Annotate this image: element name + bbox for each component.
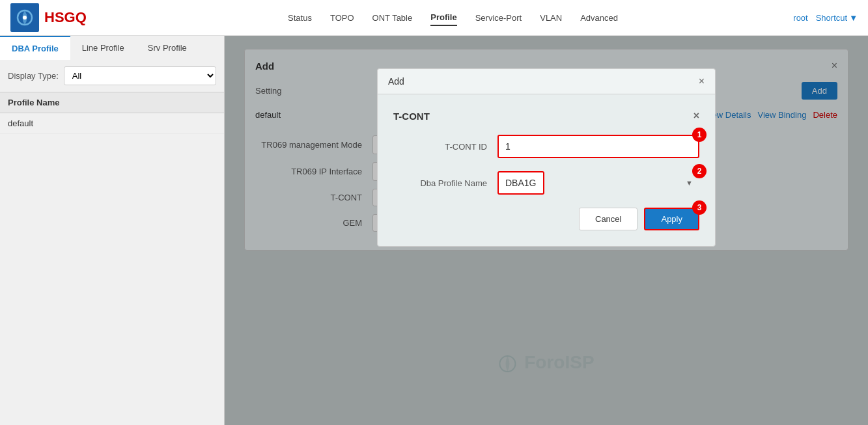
nav-vlan[interactable]: VLAN (540, 10, 562, 25)
nav-topo[interactable]: TOPO (330, 10, 354, 25)
nav-service-port[interactable]: Service-Port (475, 10, 522, 25)
display-type-select[interactable]: All (64, 66, 216, 85)
tab-bar: DBA Profile Line Profile Srv Profile (0, 36, 224, 60)
tcont-id-label: T-CONT ID (393, 142, 497, 152)
dba-profile-row: Dba Profile Name DBA1G DBA2G DBA5G 2 (393, 171, 699, 195)
content-area: Add × Setting Add default View Details V… (225, 36, 868, 425)
sidebar-table-header: Profile Name (0, 92, 224, 113)
step-badge-3: 3 (692, 200, 707, 215)
nav-ont-table[interactable]: ONT Table (372, 10, 413, 25)
modal-buttons: Cancel Apply 3 (393, 208, 699, 230)
nav-profile[interactable]: Profile (430, 10, 456, 26)
modal-add-header: Add × (377, 68, 716, 94)
sidebar: DBA Profile Line Profile Srv Profile Dis… (0, 36, 225, 425)
tcont-id-input[interactable] (497, 135, 699, 158)
tcont-id-row: T-CONT ID 1 (393, 135, 699, 158)
tab-line-profile[interactable]: Line Profile (70, 36, 136, 60)
nav-links: Status TOPO ONT Table Profile Service-Po… (113, 10, 794, 26)
modal-add-close-icon[interactable]: × (699, 75, 705, 87)
list-item: default (0, 113, 224, 134)
step-badge-1: 1 (692, 128, 707, 142)
topnav: HSGQ Status TOPO ONT Table Profile Servi… (0, 0, 868, 36)
nav-right: root Shortcut ▼ (793, 13, 858, 23)
logo-area: HSGQ (10, 3, 87, 32)
tcont-modal: Add × T-CONT × T-CONT ID 1 (377, 68, 716, 247)
modal-add-title: Add (388, 76, 404, 87)
chevron-down-icon: ▼ (849, 13, 858, 23)
modal-inner: T-CONT × T-CONT ID 1 Dba Profile Name (377, 94, 716, 247)
main-area: DBA Profile Line Profile Srv Profile Dis… (0, 36, 868, 425)
logo-icon (10, 3, 39, 32)
dba-label: Dba Profile Name (393, 178, 497, 188)
display-type-label: Display Type: (8, 71, 59, 81)
step-badge-2: 2 (692, 164, 707, 178)
dba-profile-select[interactable]: DBA1G DBA2G DBA5G (497, 171, 544, 195)
nav-user: root (793, 13, 807, 23)
cancel-button[interactable]: Cancel (579, 208, 637, 230)
sidebar-filter: Display Type: All (0, 60, 224, 92)
svg-point-1 (23, 16, 27, 20)
modal-close-icon[interactable]: × (693, 110, 699, 122)
tab-srv-profile[interactable]: Srv Profile (136, 36, 199, 60)
logo-text: HSGQ (44, 9, 87, 26)
apply-button[interactable]: Apply (644, 208, 699, 230)
modal-title: T-CONT × (393, 110, 699, 122)
tab-dba-profile[interactable]: DBA Profile (0, 36, 70, 60)
nav-status[interactable]: Status (288, 10, 312, 25)
nav-shortcut[interactable]: Shortcut ▼ (816, 13, 858, 23)
nav-advanced[interactable]: Advanced (580, 10, 618, 25)
